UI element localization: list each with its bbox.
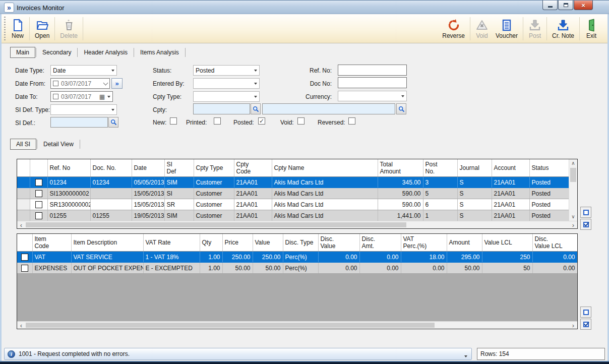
si-def-type-select[interactable] bbox=[50, 104, 117, 115]
posted-flag-checkbox[interactable] bbox=[258, 117, 265, 125]
table-row[interactable]: EXPENSESOUT OF POCKET EXPENSESE - EXCEMP… bbox=[17, 263, 577, 274]
scroll-up-icon[interactable] bbox=[569, 159, 577, 167]
scroll-left-icon[interactable] bbox=[17, 221, 25, 228]
reverse-button[interactable]: Reverse bbox=[439, 17, 468, 40]
tab-main[interactable]: Main bbox=[10, 47, 35, 58]
close-button[interactable]: × bbox=[574, 1, 593, 10]
table-row[interactable]: SR130000000215/05/2013SRCustomer21AA01Ak… bbox=[17, 199, 569, 210]
row-checkbox[interactable] bbox=[35, 212, 42, 219]
cpty-name-search-button[interactable] bbox=[396, 103, 406, 114]
deselect-all-invoices-button[interactable] bbox=[580, 207, 591, 218]
cpty-code-search-button[interactable] bbox=[251, 103, 261, 114]
column-header[interactable]: Doc. No. bbox=[90, 159, 132, 177]
fast-forward-button[interactable]: » bbox=[111, 78, 123, 89]
new-button[interactable]: New bbox=[8, 17, 28, 40]
row-indicator[interactable] bbox=[17, 177, 30, 188]
column-header[interactable]: Item Description bbox=[71, 234, 143, 252]
calendar-icon[interactable]: ▦ bbox=[99, 94, 105, 100]
table-row[interactable]: 012340123405/05/2013SIMCustomer21AA01Aki… bbox=[17, 177, 569, 188]
column-header[interactable]: Item Code bbox=[32, 234, 71, 252]
cpty-code-input[interactable] bbox=[193, 103, 250, 114]
date-to-input[interactable]: 03/07/2017 ▦ bbox=[50, 91, 113, 102]
select-all-invoices-button[interactable] bbox=[580, 219, 591, 230]
column-header[interactable]: Price bbox=[222, 234, 253, 252]
h-scroll-thumb[interactable] bbox=[26, 323, 435, 328]
column-header[interactable]: Cpty Code bbox=[234, 159, 272, 177]
date-to-checkbox[interactable] bbox=[53, 94, 58, 99]
currency-select[interactable] bbox=[338, 91, 407, 101]
column-header[interactable] bbox=[17, 159, 30, 177]
cpty-type-select[interactable] bbox=[193, 91, 260, 102]
column-header[interactable]: Total Amount bbox=[378, 159, 423, 177]
row-indicator[interactable] bbox=[17, 210, 30, 221]
column-header[interactable]: Value LCL bbox=[482, 234, 532, 252]
open-button[interactable]: Open bbox=[31, 17, 53, 40]
column-header[interactable]: Date bbox=[132, 159, 164, 177]
column-header[interactable]: Ref. No bbox=[47, 159, 90, 177]
chevron-down-icon[interactable] bbox=[103, 80, 108, 85]
column-header[interactable]: Journal bbox=[457, 159, 492, 177]
h-scrollbar[interactable] bbox=[17, 321, 577, 329]
column-header[interactable]: VAT Perc.(%) bbox=[401, 234, 447, 252]
column-header[interactable]: Account bbox=[492, 159, 529, 177]
reversed-flag-checkbox[interactable] bbox=[348, 117, 355, 125]
cpty-name-input[interactable] bbox=[262, 103, 395, 114]
entered-by-select[interactable] bbox=[193, 78, 260, 89]
status-select[interactable]: Posted bbox=[193, 65, 260, 76]
table-row[interactable]: VATVAT SERVICE1 - VAT 18%1.00250.00250.0… bbox=[17, 252, 577, 263]
si-def-search-button[interactable] bbox=[108, 117, 118, 128]
date-type-select[interactable]: Date bbox=[50, 65, 117, 76]
toolbar-grip[interactable] bbox=[4, 17, 6, 40]
maximize-button[interactable] bbox=[558, 1, 573, 10]
column-header[interactable] bbox=[17, 234, 32, 252]
tab-header-analysis[interactable]: Header Analysis bbox=[78, 47, 133, 57]
column-header[interactable]: Post No. bbox=[423, 159, 457, 177]
void-flag-checkbox[interactable] bbox=[297, 117, 304, 125]
minimize-button[interactable] bbox=[542, 1, 558, 10]
ref-no-input[interactable] bbox=[338, 65, 407, 76]
post-button[interactable]: Post bbox=[525, 17, 545, 40]
column-header[interactable]: Cpty Type bbox=[194, 159, 234, 177]
row-checkbox[interactable] bbox=[35, 201, 42, 208]
tab-all-si[interactable]: All SI bbox=[10, 139, 36, 150]
row-checkbox[interactable] bbox=[21, 254, 28, 261]
table-row[interactable]: 012550125519/05/2013SIMCustomer21AA01Aki… bbox=[17, 210, 569, 221]
row-indicator[interactable] bbox=[17, 199, 30, 210]
v-scroll-thumb[interactable] bbox=[570, 168, 576, 182]
column-header[interactable]: Cpty Name bbox=[272, 159, 378, 177]
row-checkbox[interactable] bbox=[21, 265, 28, 272]
column-header[interactable]: Disc. Type bbox=[283, 234, 318, 252]
column-header[interactable]: Disc. Value LCL bbox=[532, 234, 577, 252]
tab-secondary[interactable]: Secondary bbox=[37, 47, 77, 57]
column-header[interactable]: Disc. Amt. bbox=[359, 234, 401, 252]
select-all-items-button[interactable] bbox=[580, 319, 591, 330]
column-header[interactable] bbox=[30, 159, 47, 177]
void-button[interactable]: Void bbox=[472, 17, 492, 40]
exit-button[interactable]: Exit bbox=[581, 17, 601, 40]
deselect-all-items-button[interactable] bbox=[580, 307, 591, 318]
scroll-left-icon[interactable] bbox=[17, 322, 25, 329]
v-scrollbar[interactable] bbox=[569, 159, 577, 221]
status-message-dropdown[interactable]: i 1001 - Request completed with no error… bbox=[4, 348, 472, 360]
date-from-input[interactable]: 03/07/2017 bbox=[50, 78, 110, 89]
h-scrollbar[interactable] bbox=[17, 221, 577, 228]
voucher-button[interactable]: Voucher bbox=[492, 17, 521, 40]
doc-no-input[interactable] bbox=[338, 77, 407, 88]
new-flag-checkbox[interactable] bbox=[170, 117, 177, 125]
column-header[interactable]: Disc. Value bbox=[318, 234, 359, 252]
tab-detail-view[interactable]: Detail View bbox=[38, 139, 79, 149]
date-from-checkbox[interactable] bbox=[53, 81, 58, 86]
printed-flag-checkbox[interactable] bbox=[214, 117, 221, 125]
column-header[interactable]: Value bbox=[253, 234, 283, 252]
column-header[interactable]: Status bbox=[529, 159, 569, 177]
row-indicator[interactable] bbox=[17, 188, 30, 199]
row-checkbox[interactable] bbox=[35, 179, 42, 186]
si-def-input[interactable] bbox=[50, 117, 108, 128]
column-header[interactable]: SI Def bbox=[164, 159, 194, 177]
tab-items-analysis[interactable]: Items Analysis bbox=[135, 47, 185, 57]
delete-button[interactable]: Delete bbox=[56, 17, 81, 40]
column-header[interactable]: Qty bbox=[200, 234, 222, 252]
credit-note-button[interactable]: Cr. Note bbox=[549, 17, 578, 40]
h-scroll-thumb[interactable] bbox=[26, 222, 406, 227]
scroll-right-icon[interactable] bbox=[569, 221, 577, 228]
